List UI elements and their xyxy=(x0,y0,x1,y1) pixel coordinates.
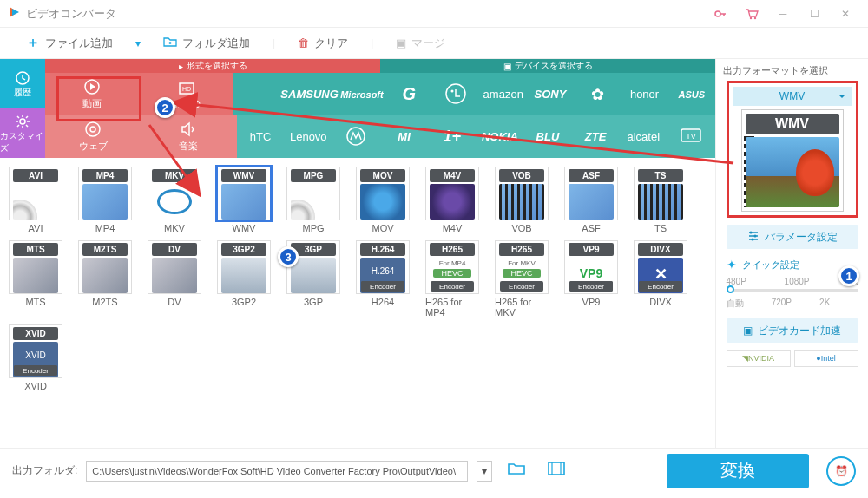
open-folder-icon[interactable] xyxy=(508,462,525,480)
format-grid: AVIAVIMP4MP4MKVMKVWMVWMVMPGMPGMOVMOVM4VM… xyxy=(0,158,715,448)
brand-huawei[interactable]: ✿ xyxy=(574,73,621,115)
svg-point-16 xyxy=(753,234,756,237)
svg-text:TV: TV xyxy=(687,132,697,141)
dropdown-caret-icon[interactable]: ▾ xyxy=(135,37,141,49)
format-mkv[interactable]: MKVMKV xyxy=(148,167,201,233)
brand-lenovo[interactable]: Lenovo xyxy=(285,115,332,158)
brand-zte[interactable]: ZTE xyxy=(572,115,620,158)
brand-tv[interactable]: TV xyxy=(667,115,715,158)
brand-sony[interactable]: SONY xyxy=(527,73,574,115)
brand-oneplus[interactable]: 1+ xyxy=(428,115,476,158)
format-tab[interactable]: ▸ 形式を選択する xyxy=(45,59,380,73)
format-h264[interactable]: H.264H.264EncoderEncoderH264 xyxy=(356,240,410,318)
format-label: AVI xyxy=(29,223,43,233)
close-button[interactable]: ✕ xyxy=(830,0,861,28)
brand-moto[interactable] xyxy=(332,115,380,158)
quality-slider[interactable] xyxy=(727,289,858,292)
key-icon[interactable] xyxy=(705,0,736,28)
format-wmv[interactable]: WMVWMV xyxy=(217,167,271,233)
format-mov[interactable]: MOVMOV xyxy=(356,167,410,233)
category-4khd[interactable]: HD4K/HD xyxy=(140,73,234,115)
format-label: MKV xyxy=(164,223,185,233)
format-label: MP4 xyxy=(95,223,115,233)
category-video[interactable]: 動画 xyxy=(45,73,140,115)
quick-settings-label: ✦クイック設定 xyxy=(727,258,858,272)
app-title: ビデオコンバータ xyxy=(26,6,116,22)
brand-alcatel[interactable]: alcatel xyxy=(620,115,667,158)
format-vp9[interactable]: VP9VP9EncoderEncoderVP9 xyxy=(564,240,618,318)
timer-button[interactable]: ⏰ xyxy=(826,456,856,486)
film-icon[interactable] xyxy=(548,462,565,480)
svg-point-2 xyxy=(754,16,756,18)
svg-point-12 xyxy=(347,128,365,145)
brand-amazon[interactable]: amazon xyxy=(480,73,527,115)
format-label: XVID xyxy=(24,381,47,391)
output-folder-input[interactable] xyxy=(86,461,468,482)
brand-google[interactable]: G xyxy=(385,73,432,115)
brand-blu[interactable]: BLU xyxy=(523,115,571,158)
svg-point-9 xyxy=(451,89,454,92)
format-divx[interactable]: DIVX✕EncoderEncoderDIVX xyxy=(634,240,687,318)
output-format-header: 出力フォーマットを選択 xyxy=(723,64,828,77)
trash-icon: 🗑 xyxy=(298,36,309,49)
brand-xiaomi[interactable]: MI xyxy=(380,115,428,158)
format-3gp[interactable]: 3GP3GP xyxy=(286,240,340,318)
format-label: MTS xyxy=(25,297,45,307)
format-m2ts[interactable]: M2TSM2TS xyxy=(78,240,132,318)
brand-nokia[interactable]: NOKIA xyxy=(476,115,523,158)
selected-format-dropdown[interactable]: WMV xyxy=(733,87,852,106)
format-3gp2[interactable]: 3GP23GP2 xyxy=(217,240,271,318)
brand-microsoft[interactable]: Microsoft xyxy=(339,73,385,115)
brand-apple[interactable] xyxy=(233,73,280,115)
customize-button[interactable]: カスタマイズ xyxy=(0,108,45,158)
brand-samsung[interactable]: SAMSUNG xyxy=(280,73,338,115)
cart-icon[interactable] xyxy=(736,0,767,28)
add-folder-button[interactable]: フォルダ追加 xyxy=(163,36,250,51)
minimize-button[interactable]: ─ xyxy=(767,0,799,28)
device-tab[interactable]: ▣ デバイスを選択する xyxy=(380,59,715,73)
convert-button[interactable]: 変換 xyxy=(667,454,809,488)
format-label: VP9 xyxy=(582,297,601,307)
format-avi[interactable]: AVIAVI xyxy=(9,167,62,233)
parameter-settings-button[interactable]: パラメータ設定 xyxy=(727,225,858,249)
svg-point-10 xyxy=(86,122,100,136)
format-m4v[interactable]: M4VM4V xyxy=(425,167,479,233)
output-folder-dropdown[interactable]: ▾ xyxy=(477,461,492,482)
format-asf[interactable]: ASFASF xyxy=(564,167,618,233)
format-ts[interactable]: TSTS xyxy=(634,167,687,233)
brand-lg[interactable] xyxy=(432,73,479,115)
left-panel: 履歴 カスタマイズ ▸ 形式を選択する ▣ デバイスを選択する 動画 HD4K/… xyxy=(0,59,715,448)
selected-format-box[interactable]: WMV WMV xyxy=(727,81,858,218)
format-mp4[interactable]: MP4MP4 xyxy=(78,167,132,233)
svg-point-1 xyxy=(750,16,752,18)
svg-rect-18 xyxy=(549,462,564,475)
svg-text:HD: HD xyxy=(182,86,191,92)
brand-asus[interactable]: ASUS xyxy=(668,73,715,115)
brand-htc[interactable]: hTC xyxy=(237,115,285,158)
folder-plus-icon xyxy=(163,36,177,50)
intel-tag: ● Intel xyxy=(794,350,858,367)
play-circle-icon xyxy=(83,78,101,95)
clear-button[interactable]: 🗑 クリア xyxy=(298,36,348,51)
format-label: 3GP2 xyxy=(232,297,256,307)
format-h265-for-mp4[interactable]: H265For MP4HEVCEncoderH265 for MP4 xyxy=(425,240,479,318)
history-button[interactable]: 履歴 xyxy=(0,59,45,108)
brand-honor[interactable]: honor xyxy=(621,73,667,115)
category-web[interactable]: ウェブ xyxy=(45,115,141,158)
format-label: WMV xyxy=(233,223,256,233)
format-label: H264 xyxy=(372,297,394,307)
svg-point-0 xyxy=(715,11,720,16)
gpu-accel-button[interactable]: ▣ビデオカード加速 xyxy=(727,318,858,343)
format-xvid[interactable]: XVIDXVIDEncoderEncoderXVID xyxy=(9,324,62,391)
format-mts[interactable]: MTSMTS xyxy=(9,240,62,318)
category-audio[interactable]: 音楽 xyxy=(141,115,236,158)
format-mpg[interactable]: MPGMPG xyxy=(286,167,340,233)
nvidia-tag: ◥ NVIDIA xyxy=(727,350,791,367)
format-h265-for-mkv[interactable]: H265For MKVHEVCEncoderH265 for MKV xyxy=(495,240,549,318)
format-label: 3GP xyxy=(304,297,323,307)
format-vob[interactable]: VOBVOB xyxy=(495,167,549,233)
format-dv[interactable]: DVDV xyxy=(148,240,201,318)
add-file-button[interactable]: ＋ファイル追加 xyxy=(26,34,113,52)
svg-point-17 xyxy=(751,238,753,240)
maximize-button[interactable]: ☐ xyxy=(799,0,830,28)
